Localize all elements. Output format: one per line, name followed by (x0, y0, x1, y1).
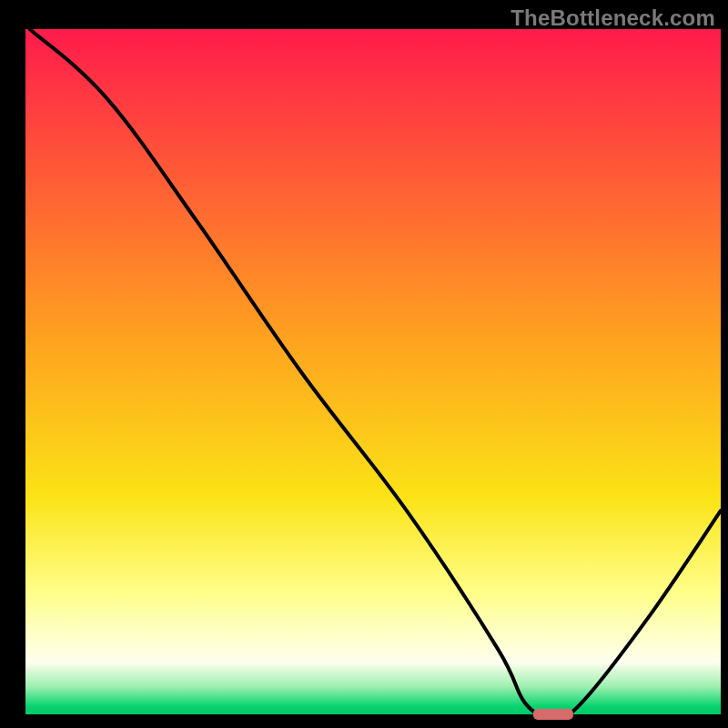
chart-svg (0, 0, 728, 728)
bottleneck-chart: TheBottleneck.com (0, 0, 728, 728)
plot-background (23, 29, 721, 717)
optimal-point-marker (533, 709, 573, 720)
